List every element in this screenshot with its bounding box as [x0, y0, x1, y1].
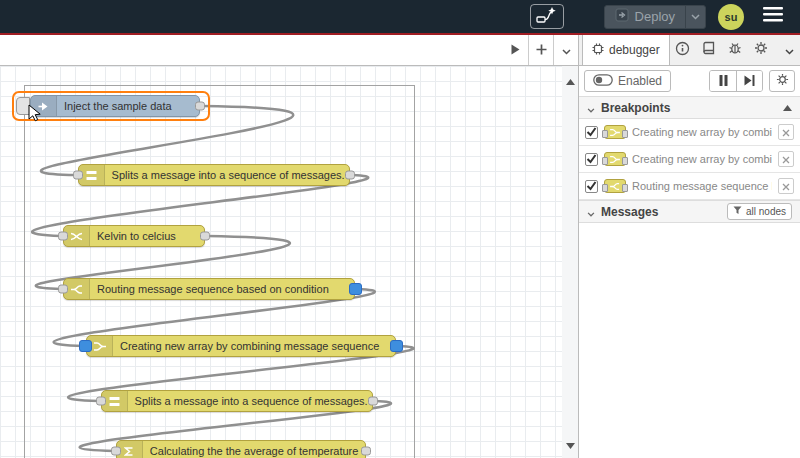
- enabled-label: Enabled: [618, 74, 662, 88]
- chevron-down-icon: [587, 99, 595, 117]
- canvas-scrollbar[interactable]: [562, 66, 578, 458]
- filter-label: all nodes: [746, 206, 786, 217]
- sidebar-tabbar: debugger: [579, 35, 800, 66]
- chevron-down-icon: [785, 41, 794, 59]
- header: Deploy su: [0, 0, 800, 33]
- toggle-icon: [593, 74, 613, 89]
- pause-button[interactable]: [710, 71, 736, 91]
- flow-canvas[interactable]: Inject the sample data Splits a message …: [0, 66, 562, 458]
- tab-debug-messages[interactable]: [722, 35, 748, 65]
- flow-list-button[interactable]: [553, 35, 578, 65]
- deploy-options-button[interactable]: [685, 6, 705, 28]
- breakpoint-checkbox[interactable]: [585, 180, 598, 193]
- input-port[interactable]: [73, 171, 83, 180]
- sidebar-tab-list-button[interactable]: [778, 35, 800, 65]
- breakpoint-label: Creating new array by combining message …: [632, 126, 772, 138]
- flow-node-switch[interactable]: Routing message sequence based on condit…: [63, 278, 355, 300]
- remove-breakpoint-button[interactable]: [778, 124, 794, 140]
- input-port[interactable]: [58, 232, 68, 241]
- breakpoints-title: Breakpoints: [601, 101, 670, 115]
- node-label: Inject the sample data: [57, 100, 180, 112]
- breakpoint-marker[interactable]: [390, 340, 403, 352]
- close-icon: [782, 150, 790, 168]
- node-label: Splits a message into a sequence of mess…: [105, 169, 349, 181]
- deploy-icon: [615, 8, 629, 26]
- flow-node-change[interactable]: Kelvin to celcius: [63, 225, 205, 247]
- tab-scroll-right-button[interactable]: [503, 35, 528, 65]
- messages-title: Messages: [601, 205, 658, 219]
- debugger-settings-button[interactable]: [769, 70, 795, 92]
- breakpoint-item[interactable]: Routing message sequence based on condit…: [579, 173, 800, 200]
- node-label: Kelvin to celcius: [90, 230, 184, 242]
- breakpoint-marker[interactable]: [349, 283, 362, 295]
- scroll-down-icon[interactable]: [566, 435, 575, 453]
- output-port[interactable]: [345, 171, 355, 180]
- check-icon: [586, 150, 597, 168]
- book-icon: [702, 41, 716, 59]
- output-port[interactable]: [361, 447, 371, 456]
- breakpoint-checkbox[interactable]: [585, 126, 598, 139]
- breakpoint-label: Routing message sequence based on condit…: [632, 180, 772, 192]
- flow-node-split[interactable]: Splits a message into a sequence of mess…: [78, 164, 350, 186]
- breakpoint-marker[interactable]: [79, 340, 92, 352]
- tab-info[interactable]: [670, 35, 696, 65]
- funnel-icon: [733, 206, 742, 217]
- flow-node-function[interactable]: Calculating the the average of temperatu…: [116, 440, 366, 458]
- join-node-mini-icon: [604, 125, 626, 139]
- node-label: Routing message sequence based on condit…: [90, 283, 337, 295]
- sidebar: debugger Enabled: [578, 35, 800, 458]
- close-icon: [782, 177, 790, 195]
- breakpoints-section-header[interactable]: Breakpoints: [579, 96, 800, 119]
- step-icon: [744, 72, 755, 90]
- debugger-tab-icon: [592, 41, 604, 59]
- flow-node-split[interactable]: Splits a message into a sequence of mess…: [101, 390, 373, 412]
- node-label: Creating new array by combining message …: [113, 340, 387, 352]
- main-menu-button[interactable]: [756, 4, 790, 30]
- tab-debugger[interactable]: debugger: [582, 35, 670, 65]
- deploy-button[interactable]: Deploy: [604, 5, 706, 29]
- flow-node-inject[interactable]: Inject the sample data: [30, 95, 200, 117]
- remove-breakpoint-button[interactable]: [778, 151, 794, 167]
- tab-help[interactable]: [696, 35, 722, 65]
- breakpoint-item[interactable]: Creating new array by combining message …: [579, 146, 800, 173]
- input-port[interactable]: [58, 285, 68, 294]
- workspace-toolbar: [0, 35, 578, 66]
- bug-icon: [728, 41, 742, 59]
- messages-section-header[interactable]: Messages all nodes: [579, 200, 800, 223]
- check-icon: [586, 123, 597, 141]
- info-icon: [675, 41, 690, 60]
- switch-node-mini-icon: [604, 179, 626, 193]
- debugger-enabled-toggle[interactable]: Enabled: [584, 70, 671, 92]
- debugger-controls: Enabled: [579, 66, 800, 96]
- output-port[interactable]: [195, 102, 205, 111]
- flow-node-join[interactable]: Creating new array by combining message …: [86, 335, 396, 357]
- input-port[interactable]: [96, 397, 106, 406]
- remove-breakpoint-button[interactable]: [778, 178, 794, 194]
- step-button[interactable]: [736, 71, 762, 91]
- chevron-down-icon: [562, 41, 571, 59]
- output-port[interactable]: [368, 397, 378, 406]
- close-icon: [782, 123, 790, 141]
- node-label: Splits a message into a sequence of mess…: [128, 395, 372, 407]
- debugger-step-controls: [709, 70, 763, 92]
- tab-config[interactable]: [748, 35, 774, 65]
- list-scroll-up-button[interactable]: [783, 105, 792, 111]
- plus-icon: [536, 41, 547, 59]
- ai-assistant-button[interactable]: [530, 4, 564, 29]
- add-flow-button[interactable]: [528, 35, 553, 65]
- node-label: Calculating the the average of temperatu…: [143, 445, 365, 457]
- node-red-app: Deploy su: [0, 0, 800, 458]
- input-port[interactable]: [111, 447, 121, 456]
- breakpoint-item[interactable]: Creating new array by combining message …: [579, 119, 800, 146]
- mouse-cursor: [28, 104, 42, 127]
- user-avatar[interactable]: su: [718, 4, 744, 30]
- output-port[interactable]: [200, 232, 210, 241]
- breakpoint-label: Creating new array by combining message …: [632, 153, 772, 165]
- scroll-up-icon[interactable]: [566, 71, 575, 89]
- play-icon: [511, 41, 520, 59]
- breakpoint-checkbox[interactable]: [585, 153, 598, 166]
- deploy-label: Deploy: [635, 9, 675, 24]
- ai-node-icon: [536, 6, 558, 28]
- hamburger-icon: [763, 7, 783, 26]
- message-filter-button[interactable]: all nodes: [727, 203, 792, 220]
